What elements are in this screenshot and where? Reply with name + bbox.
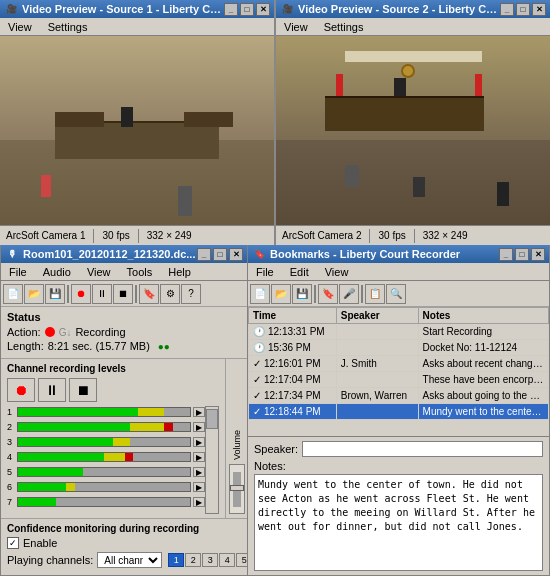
ch-arrow-1[interactable]: ▶ <box>193 407 205 417</box>
ch-arrow-2[interactable]: ▶ <box>193 422 205 432</box>
source2-close-btn[interactable]: ✕ <box>532 3 546 16</box>
scroll-thumb[interactable] <box>206 409 218 429</box>
source1-minimize-btn[interactable]: _ <box>224 3 238 16</box>
ch-arrow-4[interactable]: ▶ <box>193 452 205 462</box>
bk-tb-save[interactable]: 💾 <box>292 284 312 304</box>
speaker-input[interactable] <box>302 441 543 457</box>
cell-time: ✓12:17:34 PM <box>249 388 337 404</box>
playing-channels-row: Playing channels: All channels 1 2 3 4 5… <box>7 552 241 568</box>
rec-menu-view[interactable]: View <box>83 266 115 278</box>
bar-green-5 <box>18 468 83 476</box>
source2-camera-label: ArcSoft Camera 2 <box>282 230 361 241</box>
bk-menu-edit[interactable]: Edit <box>286 266 313 278</box>
record-btn[interactable]: ⏺ <box>7 378 35 402</box>
channels-scrollbar[interactable] <box>205 406 219 514</box>
action-value: Recording <box>75 326 125 338</box>
source1-close-btn[interactable]: ✕ <box>256 3 270 16</box>
bk-menu-view[interactable]: View <box>321 266 353 278</box>
ch-arrow-7[interactable]: ▶ <box>193 497 205 507</box>
cell-time: 🕐15:36 PM <box>249 340 337 356</box>
source1-maximize-btn[interactable]: □ <box>240 3 254 16</box>
recorder-close-btn[interactable]: ✕ <box>229 248 243 261</box>
length-label: Length: <box>7 340 44 352</box>
source2-fps: 30 fps <box>378 230 405 241</box>
bk-tb-bookmark[interactable]: 🔖 <box>318 284 338 304</box>
ch-btn-4[interactable]: 4 <box>219 553 235 567</box>
bk-tb-copy[interactable]: 📋 <box>365 284 385 304</box>
source2-win-controls: _ □ ✕ <box>500 3 546 16</box>
playing-channels-select[interactable]: All channels <box>97 552 162 568</box>
cell-notes: Docket No: 11-12124 <box>418 340 548 356</box>
bk-tb-new[interactable]: 📄 <box>250 284 270 304</box>
tb-save[interactable]: 💾 <box>45 284 65 304</box>
ch-btn-1[interactable]: 1 <box>168 553 184 567</box>
volume-slider[interactable] <box>229 464 245 514</box>
ch-arrow-6[interactable]: ▶ <box>193 482 205 492</box>
recorder-minimize-btn[interactable]: _ <box>197 248 211 261</box>
table-row[interactable]: ✓12:16:01 PMJ. SmithAsks about recent ch… <box>249 356 549 372</box>
recorder-title-bar: 🎙 Room101_20120112_121320.dc... _ □ ✕ <box>1 245 247 263</box>
cell-speaker <box>336 372 418 388</box>
tb-open[interactable]: 📂 <box>24 284 44 304</box>
bookmarks-table-container[interactable]: Time Speaker Notes 🕐12:13:31 PMStart Rec… <box>248 307 549 437</box>
video-icon2: 🎥 <box>280 2 294 16</box>
bk-tb-speaker[interactable]: 🎤 <box>339 284 359 304</box>
tb-stop[interactable]: ⏹ <box>113 284 133 304</box>
pause-btn[interactable]: ⏸ <box>38 378 66 402</box>
source1-menu-settings[interactable]: Settings <box>44 21 92 33</box>
source2-video-area <box>276 36 550 225</box>
ch-btn-5[interactable]: 5 <box>236 553 247 567</box>
stop-btn[interactable]: ⏹ <box>69 378 97 402</box>
table-row[interactable]: 🕐15:36 PMDocket No: 11-12124 <box>249 340 549 356</box>
tb-settings[interactable]: ⚙ <box>160 284 180 304</box>
length-icons: ●● <box>158 341 170 352</box>
ch-arrow-5[interactable]: ▶ <box>193 467 205 477</box>
recorder-menu-bar: File Audio View Tools Help <box>1 263 247 281</box>
cell-speaker: Brown, Warren <box>336 388 418 404</box>
bookmarks-panel: 🔖 Bookmarks - Liberty Court Recorder _ □… <box>248 245 550 576</box>
bookmarks-minimize-btn[interactable]: _ <box>499 248 513 261</box>
table-row[interactable]: 🕐12:13:31 PMStart Recording <box>249 324 549 340</box>
source2-maximize-btn[interactable]: □ <box>516 3 530 16</box>
rec-menu-help[interactable]: Help <box>164 266 195 278</box>
ch-arrow-3[interactable]: ▶ <box>193 437 205 447</box>
cell-notes: Asks about going to the ce... <box>418 388 548 404</box>
channels-title: Channel recording levels <box>7 363 219 374</box>
channel-row-1: 1 ▶ <box>7 406 205 418</box>
cell-time: ✓12:18:44 PM <box>249 404 337 420</box>
channels-transport-area: Channel recording levels ⏺ ⏸ ⏹ 1 <box>1 359 247 518</box>
bk-tb-search[interactable]: 🔍 <box>386 284 406 304</box>
vol-handle[interactable] <box>230 485 244 491</box>
recorder-maximize-btn[interactable]: □ <box>213 248 227 261</box>
rec-menu-tools[interactable]: Tools <box>123 266 157 278</box>
enable-checkbox[interactable]: ✓ <box>7 537 19 549</box>
tb-record[interactable]: ⏺ <box>71 284 91 304</box>
source1-menu-view[interactable]: View <box>4 21 36 33</box>
ch-btn-3[interactable]: 3 <box>202 553 218 567</box>
rec-menu-file[interactable]: File <box>5 266 31 278</box>
table-row[interactable]: ✓12:18:44 PMMundy went to the center of.… <box>249 404 549 420</box>
cell-time: ✓12:17:04 PM <box>249 372 337 388</box>
bookmarks-close-btn[interactable]: ✕ <box>531 248 545 261</box>
source2-minimize-btn[interactable]: _ <box>500 3 514 16</box>
bk-tb-open[interactable]: 📂 <box>271 284 291 304</box>
col-time: Time <box>249 308 337 324</box>
ch-btn-2[interactable]: 2 <box>185 553 201 567</box>
rec-G-icon: G↓ <box>59 327 72 338</box>
bk-menu-file[interactable]: File <box>252 266 278 278</box>
bookmarks-maximize-btn[interactable]: □ <box>515 248 529 261</box>
source2-menu-settings[interactable]: Settings <box>320 21 368 33</box>
cell-speaker <box>336 404 418 420</box>
tb-new[interactable]: 📄 <box>3 284 23 304</box>
table-row[interactable]: ✓12:17:04 PMThese have been encorpo... <box>249 372 549 388</box>
check-icon: ✓ <box>253 374 261 385</box>
notes-textarea[interactable] <box>254 474 543 571</box>
tb-pause[interactable]: ⏸ <box>92 284 112 304</box>
channel-bar-5 <box>17 467 191 477</box>
tb-help[interactable]: ? <box>181 284 201 304</box>
rec-menu-audio[interactable]: Audio <box>39 266 75 278</box>
source2-menu-view[interactable]: View <box>280 21 312 33</box>
channel-bar-3 <box>17 437 191 447</box>
table-row[interactable]: ✓12:17:34 PMBrown, WarrenAsks about goin… <box>249 388 549 404</box>
tb-bookmark[interactable]: 🔖 <box>139 284 159 304</box>
